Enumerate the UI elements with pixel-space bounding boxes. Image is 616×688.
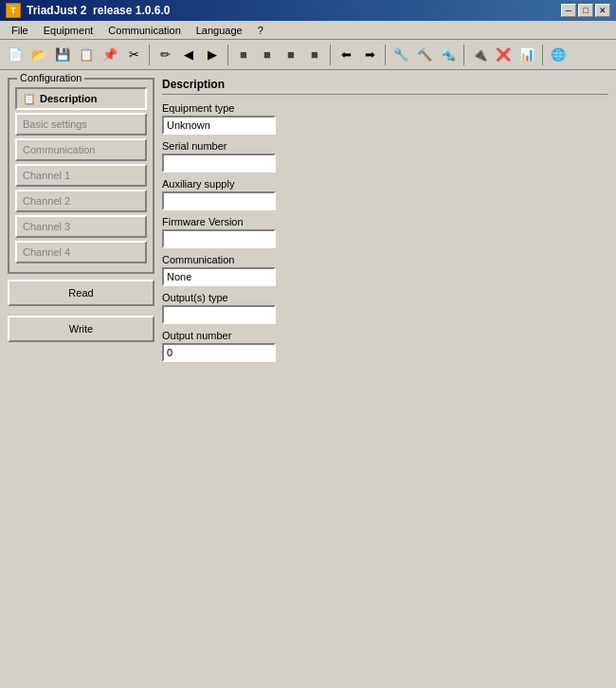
config-channel1-button[interactable]: Channel 1 [15, 164, 147, 187]
paste-button[interactable]: 📌 [99, 44, 121, 66]
open-button[interactable]: 📂 [27, 44, 50, 66]
menu-file[interactable]: File [4, 23, 36, 38]
window-controls: ─ □ ✕ [561, 4, 610, 17]
left-panel: Configuration 📋 Description Basic settin… [8, 78, 154, 680]
output-number-label: Output number [162, 330, 608, 341]
config-channel3-button[interactable]: Channel 3 [15, 215, 147, 238]
sq3-button[interactable]: ■ [280, 44, 302, 66]
sq1-button[interactable]: ■ [232, 44, 255, 66]
serial-number-label: Serial number [162, 140, 608, 152]
maximize-button[interactable]: □ [578, 4, 593, 17]
outputs-type-group: Output(s) type [162, 292, 608, 324]
edit-button[interactable]: ✏ [154, 44, 176, 66]
app-title: TriadJust 2 release 1.0.6.0 [27, 4, 561, 17]
tool3-button[interactable]: 🔩 [437, 44, 460, 66]
back-button[interactable]: ◀ [177, 44, 200, 66]
disconnect-button[interactable]: ❌ [492, 44, 515, 66]
serial-number-group: Serial number [162, 140, 608, 172]
description-title: Description [162, 78, 608, 95]
new-button[interactable]: 📄 [4, 44, 27, 66]
tool2-button[interactable]: 🔨 [413, 44, 436, 66]
firmware-version-label: Firmware Version [162, 216, 608, 227]
read-button[interactable]: Read [8, 280, 154, 306]
firmware-version-input[interactable] [162, 229, 276, 248]
outputs-type-input[interactable] [162, 305, 276, 324]
menu-help[interactable]: ? [250, 23, 271, 38]
arrow-left-button[interactable]: ⬅ [335, 44, 357, 66]
toolbar-sep-6 [542, 45, 543, 65]
description-panel: Description Equipment type Serial number… [162, 78, 608, 680]
monitor-button[interactable]: 📊 [516, 44, 538, 66]
equipment-type-input[interactable] [162, 116, 276, 135]
title-bar: T TriadJust 2 release 1.0.6.0 ─ □ ✕ [0, 0, 616, 21]
toolbar-sep-5 [463, 45, 464, 65]
firmware-version-group: Firmware Version [162, 216, 608, 248]
config-communication-button[interactable]: Communication [15, 138, 147, 161]
config-description-button[interactable]: 📋 Description [15, 87, 147, 110]
copy-button[interactable]: 📋 [75, 44, 98, 66]
outputs-type-label: Output(s) type [162, 292, 608, 303]
auxiliary-supply-input[interactable] [162, 191, 276, 210]
forward-button[interactable]: ▶ [201, 44, 224, 66]
menu-language[interactable]: Language [189, 23, 250, 38]
toolbar: 📄 📂 💾 📋 📌 ✂ ✏ ◀ ▶ ■ ■ ■ ■ ⬅ ➡ 🔧 🔨 🔩 🔌 ❌ … [0, 40, 616, 70]
config-channel2-button[interactable]: Channel 2 [15, 190, 147, 212]
cut-button[interactable]: ✂ [122, 44, 145, 66]
output-number-group: Output number [162, 330, 608, 362]
write-button[interactable]: Write [8, 316, 154, 342]
close-button[interactable]: ✕ [595, 4, 610, 17]
toolbar-sep-2 [227, 45, 228, 65]
app-icon: T [6, 3, 21, 18]
connect-button[interactable]: 🔌 [468, 44, 491, 66]
toolbar-sep-1 [149, 45, 150, 65]
auxiliary-supply-label: Auxiliary supply [162, 178, 608, 190]
communication-label: Communication [162, 254, 608, 265]
communication-group: Communication [162, 254, 608, 286]
globe-button[interactable]: 🌐 [547, 44, 570, 66]
config-channel4-button[interactable]: Channel 4 [15, 241, 147, 263]
equipment-type-label: Equipment type [162, 102, 608, 114]
save-button[interactable]: 💾 [51, 44, 74, 66]
menu-equipment[interactable]: Equipment [36, 23, 101, 38]
toolbar-sep-3 [330, 45, 331, 65]
sq4-button[interactable]: ■ [303, 44, 326, 66]
auxiliary-supply-group: Auxiliary supply [162, 178, 608, 210]
description-icon: 📋 [23, 93, 36, 105]
config-basic-settings-button[interactable]: Basic settings [15, 113, 147, 136]
minimize-button[interactable]: ─ [561, 4, 576, 17]
config-legend: Configuration [17, 72, 84, 83]
toolbar-sep-4 [385, 45, 386, 65]
equipment-type-group: Equipment type [162, 102, 608, 135]
communication-input[interactable] [162, 267, 276, 286]
arrow-right-button[interactable]: ➡ [358, 44, 381, 66]
menu-bar: File Equipment Communication Language ? [0, 21, 616, 40]
sq2-button[interactable]: ■ [256, 44, 279, 66]
menu-communication[interactable]: Communication [100, 23, 188, 38]
serial-number-input[interactable] [162, 154, 276, 172]
tool1-button[interactable]: 🔧 [390, 44, 412, 66]
output-number-input[interactable] [162, 343, 276, 362]
configuration-box: Configuration 📋 Description Basic settin… [8, 78, 154, 274]
main-content: Configuration 📋 Description Basic settin… [0, 70, 616, 688]
